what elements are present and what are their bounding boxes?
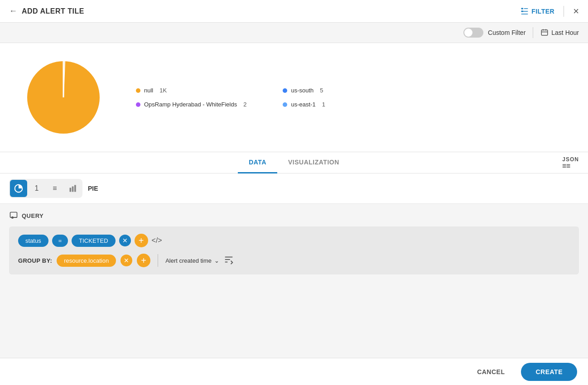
number-icon: 1 (35, 184, 39, 192)
legend-value-us-east: 1 (322, 101, 325, 108)
filter-button[interactable]: FILTER (521, 7, 554, 15)
legend-value-null: 1K (159, 87, 167, 94)
query-body: status = TICKETED ✕ + </> GROUP BY: reso… (9, 226, 579, 274)
legend-label-us-east: us-east-1 (291, 101, 315, 108)
viz-bar-button[interactable] (64, 180, 82, 197)
pie-chart (18, 52, 109, 143)
viz-type-label: PIE (88, 185, 98, 192)
footer: CANCEL CREATE (0, 358, 588, 385)
cancel-button[interactable]: CANCEL (468, 364, 514, 380)
header: ← ADD ALERT TILE FILTER × (0, 0, 588, 23)
viz-pie-button[interactable] (10, 180, 27, 197)
clock-icon (540, 29, 549, 37)
pie-svg (18, 52, 109, 143)
legend-dot-us-east (283, 102, 287, 107)
chart-area: null 1K us-south 5 OpsRamp Hyderabad - W… (0, 43, 588, 152)
legend-label-null: null (144, 87, 153, 94)
legend-label-opsramp: OpsRamp Hyderabad - WhiteFields (144, 101, 237, 108)
sort-options-icon (224, 255, 234, 265)
sort-icon[interactable] (224, 255, 234, 266)
header-left: ← ADD ALERT TILE (9, 6, 84, 16)
legend-value-opsramp: 2 (243, 101, 246, 108)
pie-chart-icon (14, 184, 23, 193)
legend-item-null: null 1K (136, 87, 246, 94)
tab-data[interactable]: DATA (238, 152, 277, 173)
custom-filter-group: Custom Filter (463, 28, 525, 38)
header-divider (564, 6, 564, 17)
svg-rect-10 (70, 188, 72, 192)
close-button[interactable]: × (573, 6, 579, 16)
legend-dot-opsramp (136, 102, 140, 107)
legend-dot-us-south (283, 88, 287, 93)
filter-field-tag[interactable]: status (18, 235, 48, 247)
legend-dot-null (136, 88, 140, 93)
filter-icon (521, 7, 529, 15)
filter-label: FILTER (531, 8, 554, 15)
svg-rect-11 (72, 187, 74, 192)
chevron-down-icon: ⌄ (214, 257, 219, 264)
svg-rect-12 (74, 185, 76, 192)
subheader: Custom Filter Last Hour (0, 23, 588, 43)
filter-row: status = TICKETED ✕ + </> (18, 234, 570, 247)
query-icon (9, 211, 18, 220)
viz-list-button[interactable]: ≡ (46, 180, 63, 197)
query-section: QUERY status = TICKETED ✕ + </> GROUP BY… (0, 204, 588, 358)
query-label: QUERY (22, 212, 43, 219)
query-header: QUERY (9, 211, 579, 220)
svg-rect-0 (521, 8, 524, 9)
legend-value-us-south: 5 (320, 87, 323, 94)
back-button[interactable]: ← (9, 6, 17, 16)
subheader-divider (533, 27, 533, 38)
custom-filter-toggle[interactable] (463, 28, 483, 38)
header-right: FILTER × (521, 6, 579, 17)
alert-time-label: Alert created time (165, 257, 212, 264)
alert-created-time-button[interactable]: Alert created time ⌄ (165, 257, 219, 264)
group-by-field-tag[interactable]: resource.location (57, 255, 116, 267)
legend-item-us-east: us-east-1 1 (283, 101, 393, 108)
svg-rect-13 (10, 212, 17, 218)
svg-rect-2 (542, 30, 548, 35)
legend-item-us-south: us-south 5 (283, 87, 393, 94)
viz-button-group: 1 ≡ (9, 179, 82, 198)
filter-remove-button[interactable]: ✕ (119, 235, 131, 246)
group-divider (158, 254, 158, 267)
create-button[interactable]: CREATE (521, 363, 577, 381)
code-toggle-button[interactable]: </> (152, 236, 162, 245)
filter-operator-tag[interactable]: = (52, 235, 68, 247)
custom-filter-label: Custom Filter (488, 29, 525, 36)
group-by-add-button[interactable]: + (137, 254, 150, 267)
filter-value-tag[interactable]: TICKETED (72, 235, 115, 247)
last-hour-label: Last Hour (551, 29, 579, 36)
group-by-row: GROUP BY: resource.location ✕ + Alert cr… (18, 254, 570, 267)
svg-rect-1 (521, 10, 524, 12)
viz-number-button[interactable]: 1 (28, 180, 45, 197)
legend-label-us-south: us-south (291, 87, 313, 94)
legend-item-opsramp: OpsRamp Hyderabad - WhiteFields 2 (136, 101, 246, 108)
bar-chart-icon (69, 184, 77, 192)
filter-add-button[interactable]: + (135, 234, 148, 247)
tab-visualization[interactable]: VISUALIZATION (277, 152, 350, 173)
tabs-section: DATA VISUALIZATION JSON ☰☰ 1 ≡ (0, 152, 588, 204)
viz-controls: 1 ≡ PIE (0, 173, 588, 204)
json-button[interactable]: JSON ☰☰ (562, 156, 579, 169)
group-by-label: GROUP BY: (18, 257, 52, 264)
tabs-bar: DATA VISUALIZATION JSON ☰☰ (0, 152, 588, 173)
last-hour-button[interactable]: Last Hour (540, 29, 579, 37)
list-icon: ≡ (53, 184, 57, 192)
page-title: ADD ALERT TILE (22, 7, 84, 15)
chart-legend: null 1K us-south 5 OpsRamp Hyderabad - W… (136, 87, 394, 108)
group-by-remove-button[interactable]: ✕ (120, 255, 132, 266)
